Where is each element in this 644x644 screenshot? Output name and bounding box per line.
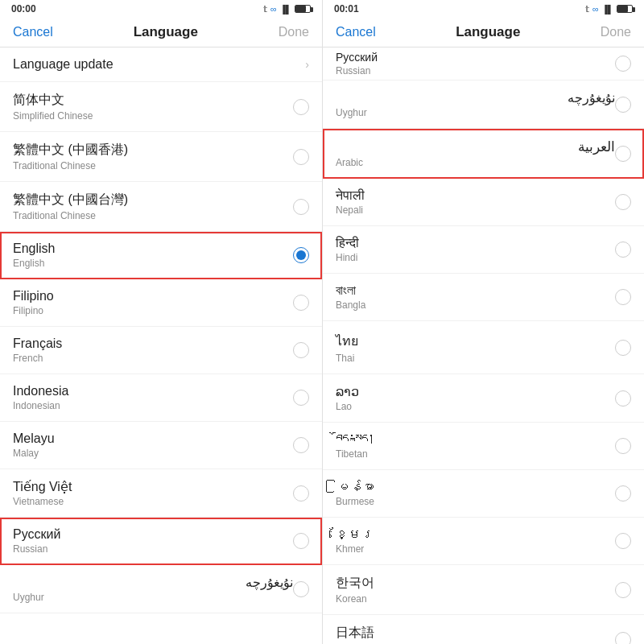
arabic-radio[interactable] bbox=[615, 146, 631, 162]
russian-r-radio[interactable] bbox=[615, 56, 631, 72]
left-time: 00:00 bbox=[11, 3, 36, 14]
french-radio[interactable] bbox=[293, 342, 309, 358]
tibetan-item[interactable]: བོད་སྐད། Tibetan bbox=[323, 423, 644, 470]
left-language-list: Language update › 简体中文 Simplified Chines… bbox=[0, 47, 322, 644]
left-cancel-button[interactable]: Cancel bbox=[13, 25, 53, 39]
battery-icon bbox=[295, 5, 311, 13]
indonesia-item[interactable]: Indonesia Indonesian bbox=[0, 374, 322, 422]
right-page-title: Language bbox=[456, 24, 520, 40]
left-phone-panel: 00:00 𝕥 ∞ ▐▌ Cancel Language Done Langua… bbox=[0, 0, 322, 644]
right-time: 00:01 bbox=[334, 3, 359, 14]
left-nav-bar: Cancel Language Done bbox=[0, 18, 322, 47]
malay-item[interactable]: Melayu Malay bbox=[0, 422, 322, 469]
burmese-radio[interactable] bbox=[615, 485, 631, 502]
infinity-icon: ∞ bbox=[270, 4, 277, 14]
signal-icon-r: ▐▌ bbox=[602, 5, 613, 14]
right-phone-panel: 00:01 𝕥 ∞ ▐▌ Cancel Language Done Русски… bbox=[322, 0, 644, 644]
russian-radio[interactable] bbox=[293, 533, 309, 549]
uyghur-r-item[interactable]: نۇيغۇرچە Uyghur bbox=[323, 80, 644, 129]
twitter-icon: 𝕥 bbox=[263, 4, 267, 14]
twitter-icon-r: 𝕥 bbox=[585, 4, 589, 14]
signal-icon: ▐▌ bbox=[280, 5, 291, 14]
infinity-icon-r: ∞ bbox=[592, 4, 599, 14]
traditional-chinese-hk-radio[interactable] bbox=[293, 149, 309, 165]
left-done-button[interactable]: Done bbox=[279, 25, 309, 39]
nepali-radio[interactable] bbox=[615, 194, 631, 210]
language-update-label: Language update bbox=[13, 57, 305, 72]
malay-radio[interactable] bbox=[293, 437, 309, 453]
vietnamese-item[interactable]: Tiếng Việt Vietnamese bbox=[0, 469, 322, 518]
right-status-icons: 𝕥 ∞ ▐▌ bbox=[585, 4, 633, 14]
english-radio[interactable] bbox=[293, 247, 309, 263]
right-cancel-button[interactable]: Cancel bbox=[336, 25, 376, 39]
language-update-item[interactable]: Language update › bbox=[0, 47, 322, 82]
japanese-item[interactable]: 日本語 Japanese bbox=[323, 615, 644, 644]
indonesia-radio[interactable] bbox=[293, 390, 309, 406]
arabic-item[interactable]: العربية Arabic bbox=[323, 129, 644, 179]
lao-radio[interactable] bbox=[615, 390, 631, 407]
korean-radio[interactable] bbox=[615, 582, 631, 598]
tibetan-radio[interactable] bbox=[615, 438, 631, 454]
russian-item[interactable]: Русский Russian bbox=[0, 518, 322, 565]
thai-radio[interactable] bbox=[615, 340, 631, 356]
chevron-right-icon: › bbox=[305, 58, 309, 71]
right-language-list: Русский Russian نۇيغۇرچە Uyghur العربية … bbox=[323, 47, 644, 644]
bangla-item[interactable]: বাংলা Bangla bbox=[323, 274, 644, 321]
right-nav-bar: Cancel Language Done bbox=[323, 18, 644, 47]
traditional-chinese-tw-radio[interactable] bbox=[293, 199, 309, 215]
japanese-radio[interactable] bbox=[615, 632, 631, 645]
traditional-chinese-hk-item[interactable]: 繁體中文 (中國香港) Traditional Chinese bbox=[0, 132, 322, 182]
hindi-radio[interactable] bbox=[615, 242, 631, 258]
uyghur-r-radio[interactable] bbox=[615, 97, 631, 113]
filipino-radio[interactable] bbox=[293, 295, 309, 311]
uyghur-item[interactable]: نۇيغۇرچە Uyghur bbox=[0, 565, 322, 613]
right-done-button[interactable]: Done bbox=[601, 25, 631, 39]
left-page-title: Language bbox=[134, 24, 198, 40]
uyghur-radio[interactable] bbox=[293, 581, 309, 597]
korean-item[interactable]: 한국어 Korean bbox=[323, 565, 644, 615]
left-status-bar: 00:00 𝕥 ∞ ▐▌ bbox=[0, 0, 322, 18]
khmer-item[interactable]: ខ្មែរ Khmer bbox=[323, 518, 644, 565]
filipino-item[interactable]: Filipino Filipino bbox=[0, 279, 322, 327]
simplified-chinese-item[interactable]: 简体中文 Simplified Chinese bbox=[0, 82, 322, 132]
left-status-icons: 𝕥 ∞ ▐▌ bbox=[263, 4, 311, 14]
simplified-chinese-radio[interactable] bbox=[293, 99, 309, 115]
bangla-radio[interactable] bbox=[615, 289, 631, 305]
thai-item[interactable]: ไทย Thai bbox=[323, 321, 644, 374]
right-status-bar: 00:01 𝕥 ∞ ▐▌ bbox=[323, 0, 644, 18]
khmer-radio[interactable] bbox=[615, 533, 631, 549]
french-item[interactable]: Français French bbox=[0, 327, 322, 374]
lao-item[interactable]: ລາວ Lao bbox=[323, 374, 644, 423]
battery-icon-r bbox=[617, 5, 633, 13]
english-item[interactable]: English English bbox=[0, 232, 322, 279]
burmese-item[interactable]: မြန်မာ Burmese bbox=[323, 470, 644, 518]
vietnamese-radio[interactable] bbox=[293, 485, 309, 502]
nepali-item[interactable]: नेपाली Nepali bbox=[323, 179, 644, 226]
hindi-item[interactable]: हिन्दी Hindi bbox=[323, 226, 644, 274]
russian-r-item[interactable]: Русский Russian bbox=[323, 47, 644, 80]
traditional-chinese-tw-item[interactable]: 繁體中文 (中國台灣) Traditional Chinese bbox=[0, 182, 322, 232]
